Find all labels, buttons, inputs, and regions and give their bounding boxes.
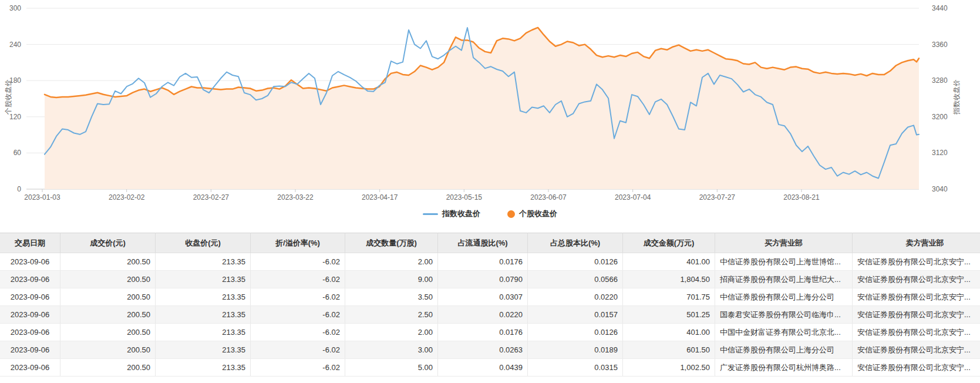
table-cell: 1,002.50: [623, 359, 715, 377]
table-cell: 中信证券股份有限公司上海分公司: [715, 288, 853, 306]
table-row: 2023-09-06200.50213.35-6.023.500.03070.0…: [0, 288, 980, 306]
table-cell: -6.02: [251, 324, 345, 341]
table-cell: 213.35: [156, 341, 251, 359]
right-axis-tick-label: 3120: [932, 149, 948, 157]
x-axis-tick-label: 2023-03-22: [277, 193, 314, 201]
column-header: 买方营业部: [715, 233, 853, 253]
column-header: 成交价(元): [60, 233, 156, 253]
table-cell: 安信证券股份有限公司北京安宁...: [853, 253, 980, 271]
table-cell: 国泰君安证券股份有限公司临海巾...: [715, 306, 853, 324]
x-axis-tick-label: 2023-08-21: [783, 193, 820, 201]
left-axis-tick-label: 300: [9, 4, 21, 12]
table-cell: 0.0439: [438, 359, 528, 377]
table-cell: 安信证券股份有限公司北京安宁...: [853, 271, 980, 288]
table-cell: 中国中金财富证券有限公司北京北...: [715, 324, 853, 341]
right-axis-tick-label: 3440: [932, 4, 948, 12]
legend-item-index-close[interactable]: 指数收盘价: [423, 209, 480, 219]
x-axis-tick-label: 2023-04-17: [362, 193, 398, 201]
table-cell: 2.50: [345, 306, 438, 324]
table-row: 2023-09-06200.50213.35-6.025.000.04390.0…: [0, 359, 980, 377]
column-header: 折/溢价率(%): [251, 233, 345, 253]
table-cell: 200.50: [60, 271, 156, 288]
right-axis-title: 指数收盘价: [952, 79, 961, 115]
table-cell: 213.35: [156, 359, 251, 377]
table-cell: 2.00: [345, 324, 438, 341]
table-cell: 213.35: [156, 271, 251, 288]
table-cell: -6.02: [251, 306, 345, 324]
table-cell: 0.0315: [528, 359, 623, 377]
legend-item-stock-close[interactable]: 个股收盘价: [507, 209, 557, 219]
table-body: 2023-09-06200.50213.35-6.022.000.01760.0…: [0, 253, 980, 377]
table-cell: -6.02: [251, 341, 345, 359]
table-cell: 213.35: [156, 288, 251, 306]
table-cell: 0.0220: [438, 306, 528, 324]
table-cell: 0.0790: [438, 271, 528, 288]
table-row: 2023-09-06200.50213.35-6.022.000.01760.0…: [0, 253, 980, 271]
x-axis-tick-label: 2023-02-02: [109, 193, 145, 201]
right-axis-tick-label: 3280: [932, 76, 948, 85]
table-cell: 701.75: [623, 288, 715, 306]
trade-records-table: 交易日期成交价(元)收盘价(元)折/溢价率(%)成交数量(万股)占流通股比(%)…: [0, 233, 980, 377]
table-cell: 0.0263: [438, 341, 528, 359]
table-cell: 0.0189: [528, 341, 623, 359]
x-axis-tick-label: 2023-01-03: [24, 193, 60, 201]
table-cell: 0.0176: [438, 324, 528, 341]
chart-legend: 指数收盘价 个股收盘价: [0, 208, 980, 220]
column-header: 占流通股比(%): [438, 233, 528, 253]
table-cell: 安信证券股份有限公司北京安宁...: [853, 288, 980, 306]
x-axis-tick-label: 2023-02-27: [193, 193, 230, 201]
column-header: 卖方营业部: [853, 233, 980, 253]
table-cell: 1,804.50: [623, 271, 715, 288]
table-cell: 401.00: [623, 253, 715, 271]
table-cell: 2023-09-06: [0, 341, 60, 359]
table-cell: -6.02: [251, 288, 345, 306]
table-cell: 200.50: [60, 253, 156, 271]
table-cell: 2023-09-06: [0, 359, 60, 377]
table-cell: 2023-09-06: [0, 288, 60, 306]
table-row: 2023-09-06200.50213.35-6.023.000.02630.0…: [0, 341, 980, 359]
table-cell: 213.35: [156, 253, 251, 271]
price-chart: 300344024033601803280120320060312003040个…: [0, 0, 980, 203]
table-cell: 200.50: [60, 306, 156, 324]
x-axis-tick-label: 2023-06-07: [530, 193, 567, 201]
table-cell: -6.02: [251, 271, 345, 288]
table-row: 2023-09-06200.50213.35-6.022.500.02200.0…: [0, 306, 980, 324]
table-cell: 200.50: [60, 359, 156, 377]
table-cell: 501.25: [623, 306, 715, 324]
table-row: 2023-09-06200.50213.35-6.029.000.07900.0…: [0, 271, 980, 288]
table-cell: 中信证券股份有限公司上海分公司: [715, 341, 853, 359]
table-cell: 213.35: [156, 306, 251, 324]
left-axis-title: 个股收盘价: [4, 79, 12, 115]
table-cell: 9.00: [345, 271, 438, 288]
table-cell: 0.0157: [528, 306, 623, 324]
table-cell: 0.0176: [438, 253, 528, 271]
table-row: 2023-09-06200.50213.35-6.022.000.01760.0…: [0, 324, 980, 341]
table-cell: 200.50: [60, 341, 156, 359]
line-marker-icon: [423, 213, 438, 215]
x-axis-tick-label: 2023-07-27: [699, 193, 736, 201]
table-cell: 200.50: [60, 324, 156, 341]
table-cell: 安信证券股份有限公司北京安宁...: [853, 341, 980, 359]
table-cell: 3.00: [345, 341, 438, 359]
table-cell: 3.50: [345, 288, 438, 306]
table-cell: 安信证券股份有限公司北京安宁...: [853, 306, 980, 324]
table-cell: 5.00: [345, 359, 438, 377]
table-header-row: 交易日期成交价(元)收盘价(元)折/溢价率(%)成交数量(万股)占流通股比(%)…: [0, 233, 980, 253]
legend-label: 个股收盘价: [519, 209, 557, 219]
left-axis-tick-label: 0: [17, 185, 21, 193]
x-axis-tick-label: 2023-07-04: [615, 193, 651, 201]
left-axis-tick-label: 240: [9, 41, 21, 49]
table-cell: 安信证券股份有限公司北京安宁...: [853, 324, 980, 341]
stock-close-area: [45, 28, 919, 189]
column-header: 占总股本比(%): [528, 233, 623, 253]
table-cell: 2023-09-06: [0, 324, 60, 341]
table-cell: 401.00: [623, 324, 715, 341]
column-header: 收盘价(元): [156, 233, 251, 253]
table-cell: 2.00: [345, 253, 438, 271]
table-cell: -6.02: [251, 253, 345, 271]
table-cell: 安信证券股份有限公司北京安宁...: [853, 359, 980, 377]
column-header: 成交数量(万股): [345, 233, 438, 253]
table-cell: 广发证券股份有限公司杭州博奥路...: [715, 359, 853, 377]
table-cell: 0.0220: [528, 288, 623, 306]
table-cell: 0.0126: [528, 324, 623, 341]
